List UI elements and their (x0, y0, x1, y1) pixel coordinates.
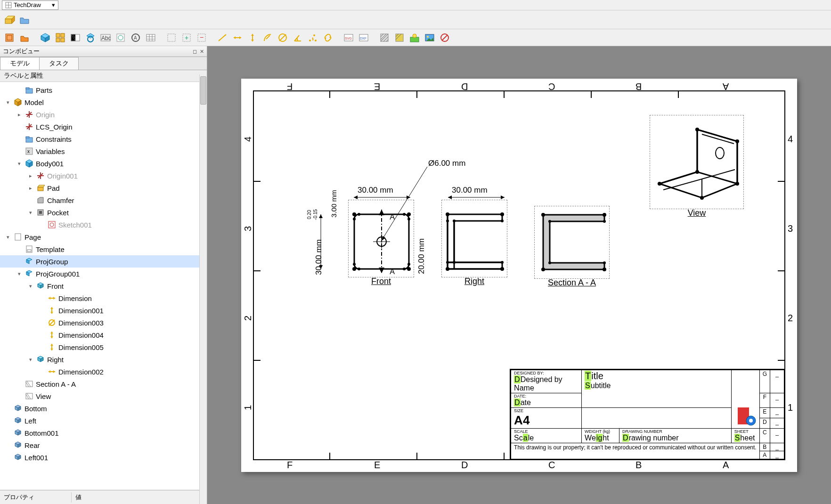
drawing-viewport[interactable]: F E D C B A F E D C B A 4 3 2 1 (207, 46, 831, 504)
expand-icon[interactable]: ▾ (27, 357, 34, 363)
origin-icon (36, 171, 45, 180)
tree-item-page[interactable]: ▾Page (0, 231, 207, 243)
tree-item-dimension002[interactable]: ▸Dimension002 (0, 366, 207, 378)
symbol-button[interactable] (408, 31, 421, 44)
dim-radius-button[interactable] (261, 31, 274, 44)
expand-icon[interactable]: ▸ (27, 173, 34, 179)
insert-spreadsheet-button[interactable] (144, 31, 157, 44)
geom-hatch-button[interactable] (393, 31, 406, 44)
clip-add-button[interactable]: + (180, 31, 193, 44)
tab-model[interactable]: モデル (0, 57, 40, 70)
expand-icon[interactable]: ▾ (16, 161, 23, 167)
insert-section-button[interactable] (69, 31, 82, 44)
workbench-selector[interactable]: TechDraw ▾ (2, 0, 58, 10)
tree-item-rear[interactable]: ▸Rear (0, 439, 207, 451)
expand-icon[interactable]: ▾ (27, 210, 34, 216)
tab-task[interactable]: タスク (39, 57, 79, 70)
tree-scrollbar[interactable] (199, 74, 207, 504)
dim-length-button[interactable] (216, 31, 229, 44)
dim-vertical-button[interactable] (246, 31, 259, 44)
export-svg-button[interactable]: SVG (342, 31, 355, 44)
svg-marker-95 (38, 197, 43, 203)
tree-item-front[interactable]: ▾Front (0, 280, 207, 292)
insert-annotation-button[interactable]: Abc (99, 31, 112, 44)
expand-icon[interactable]: ▾ (27, 283, 34, 289)
tree-item-origin001[interactable]: ▸Origin001 (0, 170, 207, 182)
insert-draft-button[interactable] (114, 31, 127, 44)
insert-view-button[interactable] (39, 31, 52, 44)
expand-icon[interactable]: ▾ (16, 271, 23, 277)
insert-detail-button[interactable] (84, 31, 97, 44)
tree-item-section-a-a[interactable]: ▸Section A - A (0, 378, 207, 390)
tree-item-lcs-origin[interactable]: ▸LCS_Origin (0, 121, 207, 133)
view-iso[interactable]: View (650, 115, 744, 209)
tree-item-template[interactable]: ▸Template (0, 243, 207, 255)
dimh-icon (47, 293, 57, 303)
model-tree[interactable]: ▸Parts▾Model▸Origin▸LCS_Origin▸Constrain… (0, 82, 207, 490)
export-dxf-button[interactable]: DXF (357, 31, 370, 44)
body-icon (24, 159, 34, 168)
dock-float-icon[interactable]: ◻ (193, 49, 197, 55)
clip-remove-button[interactable]: − (195, 31, 208, 44)
tree-item-right[interactable]: ▾Right (0, 353, 207, 366)
tree-item-bottom001[interactable]: ▸Bottom001 (0, 427, 207, 439)
dock-close-icon[interactable]: ✕ (200, 49, 204, 55)
tree-item-projgroup[interactable]: ▸ProjGroup (0, 255, 207, 268)
image-button[interactable] (423, 31, 436, 44)
tree-item-body001[interactable]: ▾Body001 (0, 157, 207, 170)
tree-item-sketch001[interactable]: ▸Sketch001 (0, 219, 207, 231)
new-part-button[interactable] (3, 13, 16, 26)
tree-item-variables[interactable]: ▸xVariables (0, 145, 207, 157)
dim-link-button[interactable] (321, 31, 334, 44)
dim-diameter-button[interactable] (276, 31, 289, 44)
open-folder-button[interactable] (18, 13, 31, 26)
view3d-icon (36, 281, 45, 291)
insert-projgroup-button[interactable] (54, 31, 67, 44)
expand-icon[interactable]: ▾ (5, 234, 11, 240)
tree-item-chamfer[interactable]: ▸Chamfer (0, 194, 207, 206)
svg-marker-41 (234, 36, 236, 39)
view-right[interactable]: Right (441, 200, 507, 277)
tb-designed[interactable]: Designed by Name (514, 375, 562, 392)
page-default-button[interactable] (3, 31, 16, 44)
tree-item-dimension005[interactable]: ▸Dimension005 (0, 341, 207, 353)
svg-marker-45 (251, 40, 254, 41)
insert-arch-button[interactable]: A (129, 31, 142, 44)
tree-item-pad[interactable]: ▸Pad (0, 182, 207, 194)
tree-item-dimension[interactable]: ▸Dimension (0, 292, 207, 304)
tree-item-dimension001[interactable]: ▸Dimension001 (0, 304, 207, 317)
expand-icon[interactable]: ▸ (16, 112, 23, 118)
tree-item-model[interactable]: ▾Model (0, 96, 207, 108)
tree-item-bottom[interactable]: ▸Bottom (0, 402, 207, 415)
dim-horizontal-button[interactable] (231, 31, 244, 44)
tree-item-left[interactable]: ▸Left (0, 415, 207, 427)
tree-item-projgroup001[interactable]: ▾ProjGroup001 (0, 268, 207, 280)
clip-group-button[interactable] (165, 31, 178, 44)
toggle-frame-button[interactable] (438, 31, 451, 44)
expand-icon[interactable]: ▸ (27, 185, 34, 191)
view-section[interactable]: Section A - A (534, 206, 610, 279)
svg-point-183 (501, 219, 504, 222)
tree-item-dimension004[interactable]: ▸Dimension004 (0, 329, 207, 341)
dim-angle3pt-button[interactable] (306, 31, 319, 44)
tree-item-view[interactable]: ▸View (0, 390, 207, 402)
tree-item-pocket[interactable]: ▾Pocket (0, 206, 207, 219)
svg-point-206 (735, 139, 739, 143)
combo-view-titlebar: コンボビュー ◻ ✕ (0, 46, 207, 57)
hatch-button[interactable] (378, 31, 391, 44)
toolbar-row-1 (0, 10, 831, 29)
tree-item-label: Rear (24, 441, 40, 449)
expand-icon[interactable]: ▾ (5, 99, 11, 106)
dim-angle-button[interactable] (291, 31, 304, 44)
tree-item-constraints[interactable]: ▸Constraints (0, 133, 207, 145)
dim-tol-up: 0.20 (307, 210, 312, 219)
tree-item-left001[interactable]: ▸Left001 (0, 451, 207, 463)
tree-item-dimension003[interactable]: ▸Dimension003 (0, 317, 207, 329)
page-template-button[interactable] (18, 31, 31, 44)
tree-item-origin[interactable]: ▸Origin (0, 108, 207, 121)
svg-rect-11 (56, 33, 60, 37)
tb-rev-dash: _ (770, 407, 784, 418)
tree-item-parts[interactable]: ▸Parts (0, 84, 207, 96)
tree-item-label: Front (47, 282, 64, 290)
dim-tol-dn: -0.15 (313, 209, 318, 220)
